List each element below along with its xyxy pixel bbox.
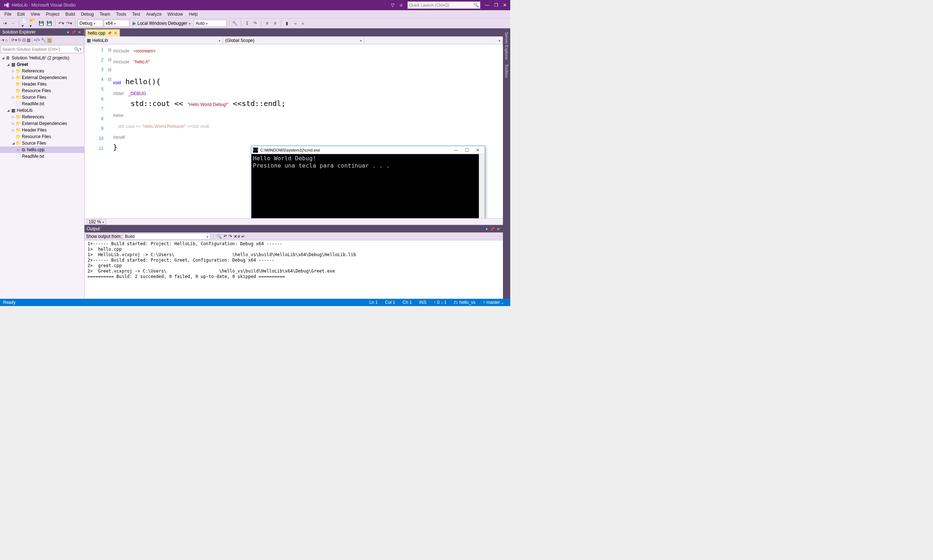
sx-preview-button[interactable]: ▥ [47, 37, 52, 43]
output-prev-button[interactable]: ↶ [223, 234, 227, 239]
console-scrollbar[interactable] [479, 154, 485, 218]
menu-edit[interactable]: Edit [14, 11, 28, 17]
restore-button[interactable]: ❐ [492, 1, 500, 9]
status-branch[interactable]: ⑂ master ▴ [483, 300, 503, 305]
close-tab-icon[interactable]: ✕ [114, 31, 117, 36]
auto-dropdown[interactable]: Auto [194, 20, 227, 27]
console-maximize-button[interactable]: ☐ [461, 148, 472, 153]
prev-bookmark-button[interactable]: ◃ [291, 20, 299, 27]
tree-item[interactable]: ▷⧉hello.cpp [0, 146, 84, 153]
output-source-dropdown[interactable]: Build [123, 233, 210, 240]
quick-launch[interactable]: 🔍 [408, 2, 480, 9]
menu-window[interactable]: Window [164, 11, 186, 17]
menu-file[interactable]: File [2, 11, 14, 17]
step-over-button[interactable]: ↷ [251, 20, 259, 27]
forward-button[interactable]: ◦ [9, 20, 17, 27]
scope-member-dropdown[interactable] [365, 37, 503, 44]
output-wrap-button[interactable]: ↵ [241, 234, 245, 239]
tree-item[interactable]: 📁Resource Files [0, 88, 84, 94]
menu-help[interactable]: Help [186, 11, 201, 17]
bookmark-button[interactable]: ▮ [283, 20, 291, 27]
tree-item[interactable]: ▷📁Source Files [0, 94, 84, 100]
menu-build[interactable]: Build [62, 11, 78, 17]
sx-code-button[interactable]: </> [34, 37, 40, 43]
zoom-dropdown[interactable]: 192 % [87, 219, 106, 225]
scope-namespace-dropdown[interactable]: (Global Scope) [223, 37, 365, 44]
output-dropdown-icon[interactable]: ▾ [484, 226, 489, 231]
pane-pin-icon[interactable]: 📌 [71, 29, 76, 35]
tree-item[interactable]: 📄ReadMe.txt [0, 153, 84, 160]
menu-project[interactable]: Project [43, 11, 62, 17]
fold-column[interactable]: ⊟⊟⊟⊟ [106, 45, 113, 218]
quick-launch-input[interactable] [409, 3, 473, 7]
back-button[interactable]: ◦▾ [2, 20, 9, 27]
platform-dropdown[interactable]: x64 [104, 20, 129, 27]
solution-explorer-search-input[interactable] [3, 47, 74, 51]
solution-explorer-search[interactable]: 🔍▾ [1, 45, 83, 53]
sx-show-all-button[interactable]: ▦ [26, 37, 31, 43]
new-project-button[interactable]: 📄▾ [22, 20, 29, 27]
console-close-button[interactable]: ✕ [472, 148, 483, 153]
menu-tools[interactable]: Tools [113, 11, 129, 17]
feedback-icon[interactable]: ☺ [397, 1, 405, 9]
tree-item[interactable]: ▷📁References [0, 114, 84, 120]
tree-item[interactable]: ◢🗎Solution 'HelloLib' (2 projects) [0, 55, 84, 61]
tree-item[interactable]: ▷📁References [0, 68, 84, 74]
sx-refresh-button[interactable]: ↻ [18, 37, 22, 43]
pane-close-icon[interactable]: ✕ [77, 29, 82, 35]
output-pin-icon[interactable]: 📌 [490, 226, 495, 231]
save-button[interactable]: 💾 [37, 20, 45, 27]
close-button[interactable]: ✕ [501, 1, 509, 9]
start-debugger-button[interactable]: ▶ Local Windows Debugger [130, 19, 193, 27]
output-close-icon[interactable]: ✕ [496, 226, 501, 231]
rail-tab-server-explorer[interactable]: Server Explorer [503, 30, 510, 62]
status-publish[interactable]: ↑ 0 ↓ 1 [434, 300, 446, 305]
comment-button[interactable]: ≡ [263, 20, 271, 27]
menu-view[interactable]: View [28, 11, 43, 17]
sx-sync-button[interactable]: ⟳▾ [11, 37, 17, 43]
console-window[interactable]: C:\ C:\WINDOWS\system32\cmd.exe — ☐ ✕ He… [251, 146, 485, 218]
pin-icon[interactable]: 📌 [108, 31, 111, 35]
redo-button[interactable]: ↷▾ [66, 20, 73, 27]
output-clear-button[interactable]: ✕≡ [234, 234, 240, 239]
tree-item[interactable]: ◢▦Greet [0, 61, 84, 68]
configuration-dropdown[interactable]: Debug [78, 20, 103, 27]
undo-button[interactable]: ↶▾ [58, 20, 65, 27]
menu-debug[interactable]: Debug [78, 11, 97, 17]
find-in-files-button[interactable]: 🔧 [231, 20, 239, 27]
open-file-button[interactable]: 📂▾ [29, 20, 37, 27]
scope-project-dropdown[interactable]: ▦HelloLib [85, 37, 223, 44]
pane-dropdown-icon[interactable]: ▾ [65, 29, 70, 35]
output-find-button[interactable]: 🔍 [217, 234, 222, 239]
sx-properties-button[interactable]: 🔧 [41, 37, 46, 43]
tree-item[interactable]: ◢▦HelloLib [0, 107, 84, 114]
sx-collapse-button[interactable]: ⊟ [22, 37, 26, 43]
solution-tree[interactable]: ◢🗎Solution 'HelloLib' (2 projects)◢▦Gree… [0, 54, 84, 299]
console-minimize-button[interactable]: — [451, 148, 461, 153]
tree-item[interactable]: 📁Header Files [0, 81, 84, 88]
notifications-filter-icon[interactable]: ▽ [388, 1, 397, 9]
save-all-button[interactable]: 💾 [46, 20, 53, 27]
tree-item[interactable]: ▷📁External Dependencies [0, 120, 84, 127]
menu-team[interactable]: Team [97, 11, 113, 17]
status-repo[interactable]: 🗀 hello_vs [454, 300, 475, 305]
rail-tab-toolbox[interactable]: Toolbox [503, 62, 510, 80]
uncomment-button[interactable]: ≡ [271, 20, 279, 27]
menu-test[interactable]: Test [129, 11, 143, 17]
minimize-button[interactable]: — [483, 1, 491, 9]
step-into-button[interactable]: ↧ [243, 20, 251, 27]
console-body[interactable]: Hello World Debug! Presione una tecla pa… [251, 154, 479, 218]
console-titlebar[interactable]: C:\ C:\WINDOWS\system32\cmd.exe — ☐ ✕ [251, 146, 485, 154]
output-body[interactable]: 1>------ Build started: Project: HelloLi… [85, 240, 503, 299]
tree-item[interactable]: 📄ReadMe.txt [0, 100, 84, 107]
sx-back-button[interactable]: ◦▾ [1, 37, 5, 43]
sx-home-button[interactable]: ⌂ [5, 37, 8, 43]
tab-hello-cpp[interactable]: hello.cpp 📌 ✕ [85, 29, 120, 37]
tree-item[interactable]: 📁Resource Files [0, 133, 84, 140]
next-bookmark-button[interactable]: ▹ [300, 20, 307, 27]
code-editor[interactable]: 1234567891011 ⊟⊟⊟⊟ #include <iostream> #… [85, 45, 503, 218]
menu-analyze[interactable]: Analyze [143, 11, 165, 17]
tree-item[interactable]: ▷📁External Dependencies [0, 74, 84, 81]
output-next-button[interactable]: ↷ [228, 234, 232, 239]
tree-item[interactable]: ▷📁Header Files [0, 127, 84, 133]
